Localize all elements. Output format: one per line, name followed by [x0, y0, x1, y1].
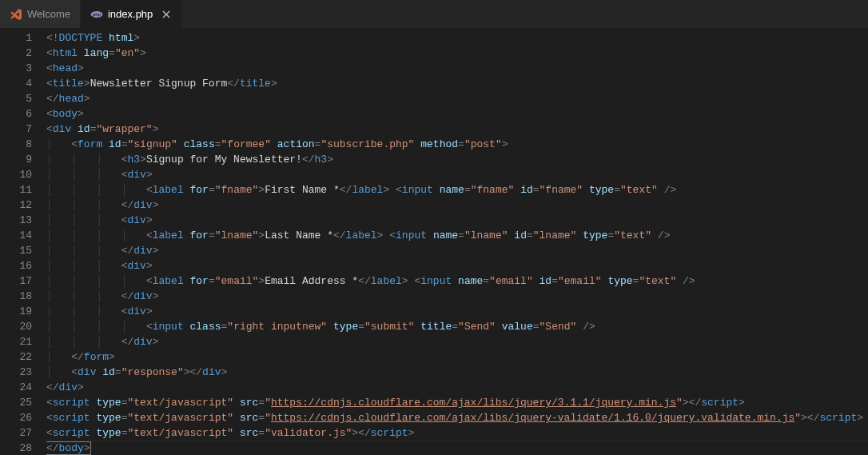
code-line: │ </form> — [46, 349, 868, 365]
code-line: <title>Newsletter Signup Form</title> — [46, 76, 868, 91]
code-line: │ │ │ </div> — [46, 198, 868, 213]
code-line: <script type="text/javascript" src="http… — [46, 395, 868, 410]
line-number: 11 — [0, 182, 32, 198]
code-line: │ │ │ </div> — [46, 243, 868, 258]
line-number: 27 — [0, 425, 32, 441]
code-line: </body> — [46, 441, 868, 455]
line-number: 7 — [0, 122, 32, 137]
line-number: 5 — [0, 91, 32, 106]
line-number: 1 — [0, 30, 32, 46]
line-number: 4 — [0, 76, 32, 91]
line-number: 23 — [0, 365, 32, 380]
line-number: 18 — [0, 289, 32, 304]
code-line: <html lang="en"> — [46, 46, 868, 61]
line-number: 25 — [0, 395, 32, 410]
line-number: 8 — [0, 137, 32, 152]
tab-bar: Welcome php index.php — [0, 0, 868, 28]
code-line: <!DOCTYPE html> — [46, 30, 868, 46]
line-number-gutter: 1234567891011121314151617181920212223242… — [0, 28, 46, 455]
vscode-icon — [10, 8, 22, 21]
line-number: 9 — [0, 152, 32, 167]
code-area[interactable]: <!DOCTYPE html><html lang="en"><head><ti… — [46, 28, 868, 455]
code-line: <body> — [46, 106, 868, 122]
tab-label: Welcome — [27, 8, 70, 20]
tab-welcome[interactable]: Welcome — [0, 0, 81, 28]
code-line: │ │ │ │ <input class="right inputnew" ty… — [46, 319, 868, 334]
code-line: │ <form id="signup" class="formee" actio… — [46, 137, 868, 152]
code-line: │ │ │ │ <label for="lname">Last Name *</… — [46, 228, 868, 243]
code-line: <div id="wrapper"> — [46, 122, 868, 137]
line-number: 17 — [0, 273, 32, 289]
line-number: 19 — [0, 304, 32, 319]
line-number: 10 — [0, 167, 32, 182]
code-line: │ │ │ <div> — [46, 167, 868, 182]
code-line: <script type="text/javascript" src="vali… — [46, 425, 868, 441]
line-number: 15 — [0, 243, 32, 258]
tab-label: index.php — [108, 8, 153, 20]
line-number: 26 — [0, 410, 32, 425]
line-number: 12 — [0, 198, 32, 213]
svg-text:php: php — [93, 12, 102, 17]
close-icon[interactable] — [161, 9, 172, 20]
code-line: │ │ │ </div> — [46, 334, 868, 349]
php-icon: php — [90, 8, 103, 21]
tab-index-php[interactable]: php index.php — [81, 0, 182, 28]
line-number: 13 — [0, 213, 32, 228]
code-line: </div> — [46, 380, 868, 395]
code-line: │ │ │ <div> — [46, 213, 868, 228]
code-line: │ │ │ </div> — [46, 289, 868, 304]
line-number: 14 — [0, 228, 32, 243]
line-number: 2 — [0, 46, 32, 61]
editor: 1234567891011121314151617181920212223242… — [0, 28, 868, 455]
line-number: 22 — [0, 349, 32, 365]
line-number: 20 — [0, 319, 32, 334]
code-line: │ │ │ <h3>Signup for My Newsletter!</h3> — [46, 152, 868, 167]
code-line: │ │ │ <div> — [46, 304, 868, 319]
code-line: <head> — [46, 61, 868, 76]
code-line: </head> — [46, 91, 868, 106]
line-number: 6 — [0, 106, 32, 122]
line-number: 16 — [0, 258, 32, 273]
code-line: <script type="text/javascript" src="http… — [46, 410, 868, 425]
line-number: 28 — [0, 441, 32, 455]
line-number: 3 — [0, 61, 32, 76]
code-line: │ <div id="response"></div> — [46, 365, 868, 380]
line-number: 21 — [0, 334, 32, 349]
code-line: │ │ │ <div> — [46, 258, 868, 273]
code-line: │ │ │ │ <label for="fname">First Name *<… — [46, 182, 868, 198]
code-line: │ │ │ │ <label for="email">Email Address… — [46, 273, 868, 289]
line-number: 24 — [0, 380, 32, 395]
